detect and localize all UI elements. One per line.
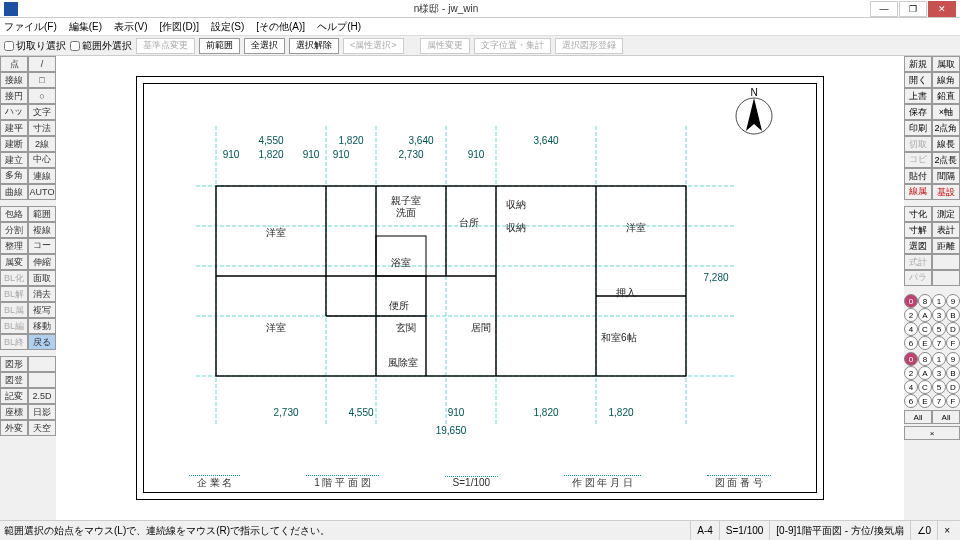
left-tool-13-0[interactable]: BL化 bbox=[0, 270, 28, 286]
menu-file[interactable]: ファイル(F) bbox=[4, 20, 57, 34]
left-tool-3-1[interactable]: 文字 bbox=[28, 104, 56, 120]
left-tool-6-0[interactable]: 建立 bbox=[0, 152, 28, 168]
status-angle[interactable]: ∠0 bbox=[910, 521, 938, 540]
left-tool-11-0[interactable]: 整理 bbox=[0, 238, 28, 254]
right-tool-0-0[interactable]: 新規 bbox=[904, 56, 932, 72]
layer-9[interactable]: 9 bbox=[946, 294, 960, 308]
layer-C[interactable]: C bbox=[918, 322, 932, 336]
left-tool-20-0[interactable]: 記変 bbox=[0, 388, 28, 404]
layer-7[interactable]: 7 bbox=[932, 336, 946, 350]
left-tool-7-1[interactable]: 連線 bbox=[28, 168, 56, 184]
left-tool-21-0[interactable]: 座標 bbox=[0, 404, 28, 420]
right-tool-10-1[interactable]: 表計 bbox=[932, 222, 960, 238]
left-tool-8-0[interactable]: 曲線 bbox=[0, 184, 28, 200]
left-tool-7-0[interactable]: 多角形 bbox=[0, 168, 28, 184]
opt-basepoint[interactable]: 基準点変更 bbox=[136, 38, 195, 54]
right-tool-7-0[interactable]: 貼付 bbox=[904, 168, 932, 184]
left-tool-12-1[interactable]: 伸縮 bbox=[28, 254, 56, 270]
left-tool-10-1[interactable]: 複線 bbox=[28, 222, 56, 238]
right-tool-11-0[interactable]: 選図 bbox=[904, 238, 932, 254]
layer-D[interactable]: D bbox=[946, 380, 960, 394]
left-tool-17-1[interactable]: 戻る bbox=[28, 334, 56, 350]
menu-edit[interactable]: 編集(E) bbox=[69, 20, 102, 34]
layer-E[interactable]: E bbox=[918, 394, 932, 408]
left-tool-12-0[interactable]: 属変 bbox=[0, 254, 28, 270]
status-coord[interactable]: × bbox=[937, 521, 956, 540]
right-tool-4-1[interactable]: 2点角 bbox=[932, 120, 960, 136]
status-paper[interactable]: A-4 bbox=[690, 521, 719, 540]
menu-draw[interactable]: [作図(D)] bbox=[159, 20, 198, 34]
layer-6[interactable]: 6 bbox=[904, 336, 918, 350]
left-tool-4-1[interactable]: 寸法 bbox=[28, 120, 56, 136]
right-tool-13-1[interactable] bbox=[932, 270, 960, 286]
opt-attr-change[interactable]: 属性変更 bbox=[420, 38, 470, 54]
right-tool-11-1[interactable]: 距離 bbox=[932, 238, 960, 254]
layer-F[interactable]: F bbox=[946, 394, 960, 408]
menu-other[interactable]: [その他(A)] bbox=[256, 20, 305, 34]
layer-4[interactable]: 4 bbox=[904, 322, 918, 336]
left-tool-19-1[interactable] bbox=[28, 372, 56, 388]
opt-select-all[interactable]: 全選択 bbox=[244, 38, 285, 54]
right-tool-6-1[interactable]: 2点長 bbox=[932, 152, 960, 168]
layer-5[interactable]: 5 bbox=[932, 380, 946, 394]
left-tool-22-0[interactable]: 外変 bbox=[0, 420, 28, 436]
maximize-button[interactable]: ❐ bbox=[899, 1, 927, 17]
layer-D[interactable]: D bbox=[946, 322, 960, 336]
right-tool-2-1[interactable]: 鉛直 bbox=[932, 88, 960, 104]
left-tool-9-0[interactable]: 包絡 bbox=[0, 206, 28, 222]
left-tool-2-0[interactable]: 接円 bbox=[0, 88, 28, 104]
layer-8[interactable]: 8 bbox=[918, 352, 932, 366]
right-tool-7-1[interactable]: 間隔 bbox=[932, 168, 960, 184]
left-tool-1-1[interactable]: □ bbox=[28, 72, 56, 88]
left-tool-15-1[interactable]: 複写 bbox=[28, 302, 56, 318]
left-tool-1-0[interactable]: 接線 bbox=[0, 72, 28, 88]
layer-3[interactable]: 3 bbox=[932, 366, 946, 380]
right-tool-6-0[interactable]: コピー bbox=[904, 152, 932, 168]
layer-1[interactable]: 1 bbox=[932, 352, 946, 366]
layer-C[interactable]: C bbox=[918, 380, 932, 394]
layer-0[interactable]: 0 bbox=[904, 294, 918, 308]
layer-8[interactable]: 8 bbox=[918, 294, 932, 308]
right-tool-9-0[interactable]: 寸化 bbox=[904, 206, 932, 222]
right-tool-1-1[interactable]: 線角 bbox=[932, 72, 960, 88]
left-tool-20-1[interactable]: 2.5D bbox=[28, 388, 56, 404]
layer-9[interactable]: 9 bbox=[946, 352, 960, 366]
left-tool-0-0[interactable]: 点 bbox=[0, 56, 28, 72]
right-tool-12-1[interactable] bbox=[932, 254, 960, 270]
left-tool-13-1[interactable]: 面取 bbox=[28, 270, 56, 286]
layer-E[interactable]: E bbox=[918, 336, 932, 350]
right-tool-13-0[interactable]: パラメ bbox=[904, 270, 932, 286]
left-tool-9-1[interactable]: 範囲 bbox=[28, 206, 56, 222]
close-button[interactable]: ✕ bbox=[928, 1, 956, 17]
left-tool-5-1[interactable]: 2線 bbox=[28, 136, 56, 152]
right-tool-3-0[interactable]: 保存 bbox=[904, 104, 932, 120]
left-tool-3-0[interactable]: ハッチ bbox=[0, 104, 28, 120]
menu-settings[interactable]: 設定(S) bbox=[211, 20, 244, 34]
left-tool-6-1[interactable]: 中心線 bbox=[28, 152, 56, 168]
left-tool-5-0[interactable]: 建断 bbox=[0, 136, 28, 152]
layer-2[interactable]: 2 bbox=[904, 308, 918, 322]
layer-A[interactable]: A bbox=[918, 366, 932, 380]
left-tool-21-1[interactable]: 日影 bbox=[28, 404, 56, 420]
status-scale[interactable]: S=1/100 bbox=[719, 521, 770, 540]
layer-0[interactable]: 0 bbox=[904, 352, 918, 366]
left-tool-8-1[interactable]: AUTO bbox=[28, 184, 56, 200]
right-tool-12-0[interactable]: 式計 bbox=[904, 254, 932, 270]
right-tool-8-0[interactable]: 線属性 bbox=[904, 184, 932, 200]
opt-cut-select[interactable]: 切取り選択 bbox=[4, 39, 66, 53]
minimize-button[interactable]: — bbox=[870, 1, 898, 17]
layer-F[interactable]: F bbox=[946, 336, 960, 350]
layer-4[interactable]: 4 bbox=[904, 380, 918, 394]
left-tool-16-1[interactable]: 移動 bbox=[28, 318, 56, 334]
right-tool-5-0[interactable]: 切取 bbox=[904, 136, 932, 152]
left-tool-16-0[interactable]: BL編 bbox=[0, 318, 28, 334]
left-tool-10-0[interactable]: 分割 bbox=[0, 222, 28, 238]
left-tool-14-1[interactable]: 消去 bbox=[28, 286, 56, 302]
left-tool-22-1[interactable]: 天空 bbox=[28, 420, 56, 436]
layer-2[interactable]: 2 bbox=[904, 366, 918, 380]
right-tool-8-1[interactable]: 基設 bbox=[932, 184, 960, 200]
layer-A[interactable]: A bbox=[918, 308, 932, 322]
layer-1[interactable]: 1 bbox=[932, 294, 946, 308]
opt-deselect[interactable]: 選択解除 bbox=[289, 38, 339, 54]
layer-3[interactable]: 3 bbox=[932, 308, 946, 322]
